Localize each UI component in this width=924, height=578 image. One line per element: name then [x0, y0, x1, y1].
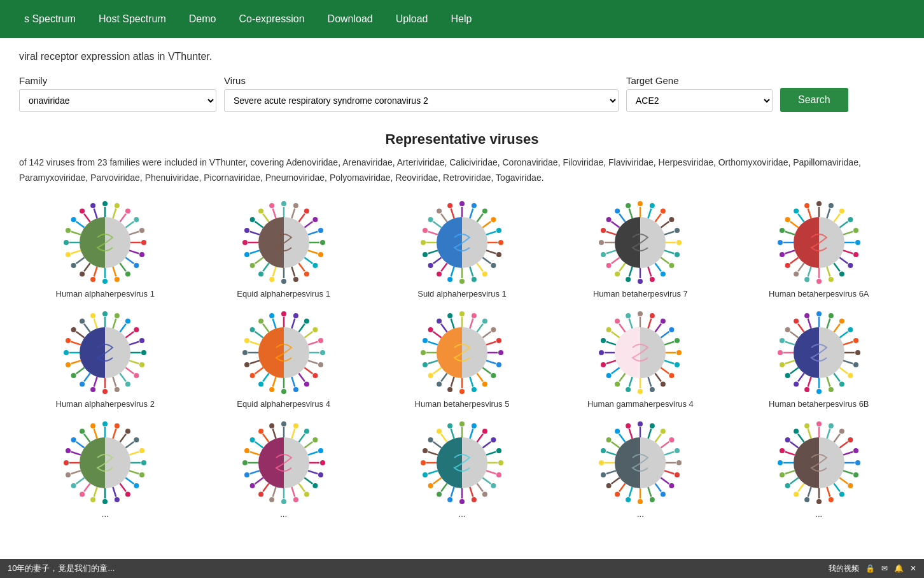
svg-line-299: [451, 377, 454, 386]
virus-item[interactable]: Human betaherpesvirus 5: [376, 311, 548, 409]
svg-line-110: [451, 208, 454, 218]
svg-line-442: [113, 428, 116, 438]
virus-item[interactable]: ...: [197, 421, 369, 519]
svg-point-552: [601, 472, 606, 477]
svg-point-523: [459, 421, 465, 426]
virus-item[interactable]: ...: [733, 421, 905, 519]
svg-line-274: [272, 318, 276, 328]
virus-grid: Human alphaherpesvirus 1 Equid alphaherp…: [19, 201, 905, 519]
virus-item[interactable]: ...: [376, 421, 548, 519]
svg-point-488: [312, 437, 318, 442]
svg-point-62: [242, 240, 248, 245]
svg-point-591: [785, 483, 790, 488]
svg-line-407: [843, 341, 853, 344]
svg-line-145: [606, 231, 616, 234]
svg-line-325: [486, 341, 496, 344]
svg-line-32: [113, 208, 116, 218]
svg-line-444: [120, 433, 126, 442]
gene-select[interactable]: ACE2: [626, 89, 773, 112]
svg-line-494: [486, 470, 496, 474]
svg-line-428: [71, 470, 81, 474]
svg-line-606: [827, 428, 830, 438]
svg-point-427: [71, 483, 76, 488]
svg-point-406: [848, 327, 853, 332]
svg-line-254: [291, 377, 295, 386]
virus-select[interactable]: Severe acute respiratory syndrome corona…: [224, 89, 619, 112]
family-select[interactable]: onaviridae: [19, 89, 216, 112]
svg-point-607: [829, 423, 834, 428]
svg-line-366: [664, 341, 674, 344]
virus-item[interactable]: Suid alphaherpesvirus 1: [376, 201, 548, 299]
svg-point-519: [437, 428, 442, 433]
svg-line-166: [843, 250, 853, 253]
virus-image: [242, 311, 325, 394]
nav-demo[interactable]: Demo: [178, 0, 228, 38]
nav-s-spectrum[interactable]: s Spectrum: [13, 0, 87, 38]
svg-point-501: [472, 497, 477, 502]
svg-line-268: [249, 341, 259, 344]
svg-point-48: [304, 271, 309, 276]
svg-line-448: [129, 451, 139, 455]
svg-line-86: [482, 257, 491, 263]
virus-name: Human betaherpesvirus 5: [415, 399, 510, 409]
svg-point-566: [650, 423, 655, 428]
virus-image: [599, 201, 682, 284]
svg-line-323: [482, 332, 491, 337]
virus-item[interactable]: Human betaherpesvirus 6B: [733, 311, 905, 409]
svg-point-548: [615, 491, 620, 497]
svg-point-404: [839, 318, 844, 323]
svg-line-516: [433, 442, 442, 448]
svg-point-431: [64, 460, 69, 465]
svg-point-136: [626, 277, 631, 282]
svg-point-513: [421, 460, 426, 465]
svg-point-99: [428, 262, 433, 267]
svg-line-422: [94, 487, 97, 497]
virus-item[interactable]: Equid alphaherpesvirus 1: [197, 201, 369, 299]
virus-item[interactable]: Human betaherpesvirus 6A: [733, 201, 905, 299]
svg-line-188: [790, 222, 798, 227]
svg-line-69: [272, 208, 276, 218]
svg-line-465: [263, 483, 269, 491]
svg-point-515: [423, 448, 428, 453]
nav-download[interactable]: Download: [316, 0, 384, 38]
svg-line-483: [291, 428, 295, 438]
nav-host-spectrum[interactable]: Host Spectrum: [87, 0, 178, 38]
svg-point-585: [816, 499, 822, 504]
svg-line-315: [451, 318, 454, 328]
svg-line-241: [126, 332, 134, 337]
svg-point-433: [66, 448, 71, 453]
svg-line-313: [441, 323, 447, 332]
svg-line-43: [308, 250, 318, 253]
svg-point-236: [102, 311, 108, 316]
virus-item[interactable]: Human betaherpesvirus 7: [554, 201, 726, 299]
svg-point-152: [626, 203, 631, 208]
svg-line-385: [790, 367, 798, 373]
svg-line-311: [433, 332, 442, 337]
nav-coexpression[interactable]: Co-expression: [227, 0, 316, 38]
svg-point-603: [804, 423, 809, 428]
virus-item[interactable]: ...: [19, 421, 191, 519]
svg-point-105: [423, 228, 428, 233]
svg-point-589: [794, 491, 799, 497]
virus-item[interactable]: Human gammaherpesvirus 4: [554, 311, 726, 409]
svg-line-38: [129, 231, 139, 234]
svg-line-176: [808, 267, 811, 276]
svg-line-457: [298, 483, 304, 491]
virus-item[interactable]: ...: [554, 421, 726, 519]
virus-item[interactable]: Human alphaherpesvirus 2: [19, 311, 191, 409]
svg-line-508: [433, 477, 442, 483]
svg-point-593: [780, 472, 785, 477]
svg-line-219: [84, 373, 90, 381]
svg-line-330: [664, 360, 674, 363]
nav-help[interactable]: Help: [439, 0, 483, 38]
svg-line-569: [661, 442, 669, 448]
virus-item[interactable]: Equid alphaherpesvirus 4: [197, 311, 369, 409]
search-button[interactable]: Search: [780, 88, 848, 112]
family-label: Family: [19, 75, 216, 86]
nav-upload[interactable]: Upload: [384, 0, 440, 38]
svg-line-559: [619, 433, 625, 442]
svg-point-273: [258, 318, 263, 323]
virus-item[interactable]: Human alphaherpesvirus 1: [19, 201, 191, 299]
svg-point-577: [853, 472, 858, 477]
svg-point-220: [80, 381, 85, 386]
